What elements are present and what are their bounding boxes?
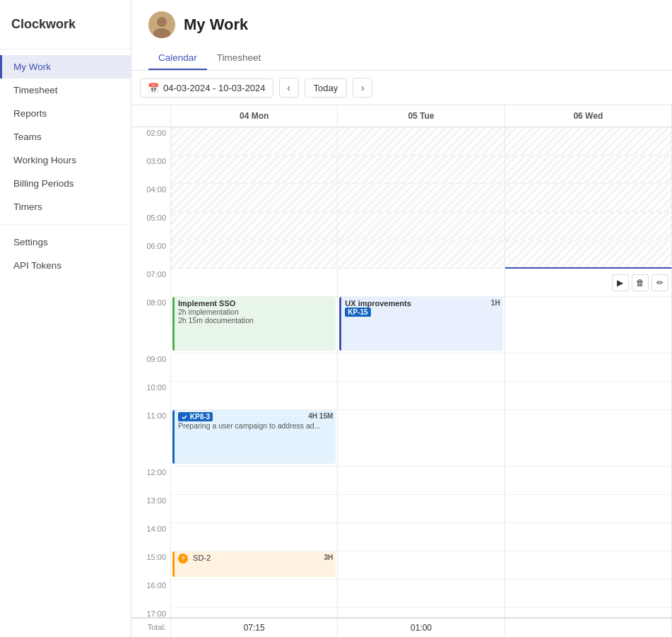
event-implement-sso[interactable]: Implement SSO 2h implementation 2h 15m d… <box>172 297 336 351</box>
cell-tue-15 <box>338 551 505 580</box>
cell-wed-14 <box>505 523 672 551</box>
cell-mon-06 <box>171 240 338 269</box>
sidebar-item-api-tokens[interactable]: API Tokens <box>0 254 131 277</box>
date-range-label: 04-03-2024 - 10-03-2024 <box>163 83 266 93</box>
header-top: My Work <box>148 11 655 38</box>
prev-button[interactable]: ‹ <box>279 78 299 98</box>
cell-mon-09 <box>171 353 338 382</box>
time-11: 11:00 <box>131 410 171 438</box>
time-04: 04:00 <box>131 184 171 212</box>
tab-timesheet[interactable]: Timesheet <box>207 47 271 70</box>
cell-mon-15: 3H ? SD-2 <box>171 551 338 580</box>
time-12: 12:00 <box>131 467 171 495</box>
time-15: 15:00 <box>131 551 171 580</box>
calendar-toolbar: 📅 04-03-2024 - 10-03-2024 ‹ Today › <box>131 71 672 105</box>
cell-tue-11 <box>338 410 505 467</box>
event-ux-duration: 1H <box>491 299 500 307</box>
cell-tue-03 <box>338 156 505 184</box>
event-ux-tag: KP-15 <box>345 308 370 317</box>
edit-button[interactable]: ✏ <box>652 274 668 291</box>
calendar-icon: 📅 <box>148 83 159 93</box>
sidebar-item-my-work[interactable]: My Work <box>0 55 131 78</box>
cell-mon-16 <box>171 580 338 608</box>
time-09: 09:00 <box>131 353 171 382</box>
cell-tue-08: 1H UX improvements KP-15 UX improvements… <box>338 297 505 353</box>
date-range-button[interactable]: 📅 04-03-2024 - 10-03-2024 <box>140 78 273 98</box>
col-header-mon: 04 Mon <box>171 105 338 127</box>
avatar <box>148 11 175 38</box>
time-02: 02:00 <box>131 127 171 156</box>
cell-wed-13 <box>505 495 672 523</box>
event-sd-tag: SD-2 <box>193 554 211 562</box>
cell-mon-02 <box>171 127 338 156</box>
cell-mon-03 <box>171 156 338 184</box>
cell-mon-13 <box>171 495 338 523</box>
event-kp8-tag: KP8-3 <box>178 412 213 421</box>
cell-tue-06 <box>338 240 505 269</box>
cell-mon-10 <box>171 382 338 410</box>
sidebar: Clockwork My Work Timesheet Reports Team… <box>0 0 131 637</box>
total-row: Total: 07:15 01:00 <box>131 617 672 637</box>
sidebar-item-working-hours[interactable]: Working Hours <box>0 148 131 172</box>
total-tue: 01:00 <box>338 619 505 637</box>
event-implement-sso-line1: 2h implementation <box>178 308 332 316</box>
main-header: My Work Calendar Timesheet <box>131 0 672 71</box>
event-ux-title: UX improvements <box>345 299 499 308</box>
cell-tue-09 <box>338 353 505 382</box>
sidebar-item-timesheet[interactable]: Timesheet <box>0 78 131 102</box>
total-wed <box>505 619 672 637</box>
cell-tue-14 <box>338 523 505 551</box>
event-kp8-duration: 4H 15M <box>308 412 333 420</box>
event-kp8-3[interactable]: 4H 15M KP8-3 Preparing a user campaign t… <box>172 410 336 464</box>
cell-tue-16 <box>338 580 505 608</box>
tab-calendar[interactable]: Calendar <box>148 47 207 70</box>
cell-wed-02 <box>505 127 672 156</box>
cell-tue-12 <box>338 467 505 495</box>
sidebar-item-billing-periods[interactable]: Billing Periods <box>0 172 131 195</box>
time-05: 05:00 <box>131 212 171 240</box>
event-sd-tag-icon: ? <box>178 554 188 563</box>
today-button[interactable]: Today <box>305 78 348 98</box>
sidebar-item-reports[interactable]: Reports <box>0 102 131 125</box>
cell-mon-05 <box>171 212 338 240</box>
time-13: 13:00 <box>131 495 171 523</box>
time-10: 10:00 <box>131 382 171 410</box>
cell-tue-10 <box>338 382 505 410</box>
sidebar-item-timers[interactable]: Timers <box>0 195 131 218</box>
cell-tue-04 <box>338 184 505 212</box>
time-08: 08:00 <box>131 297 171 325</box>
calendar-wrapper[interactable]: 04 Mon 05 Tue 06 Wed 02:00 03:00 04:00 0… <box>131 105 672 637</box>
sidebar-divider <box>0 224 131 225</box>
cell-wed-03 <box>505 156 672 184</box>
cell-wed-12 <box>505 467 672 495</box>
event-sd-duration: 3H <box>324 554 334 561</box>
cell-tue-05 <box>338 212 505 240</box>
main-content: My Work Calendar Timesheet 📅 04-03-2024 … <box>131 0 672 637</box>
tab-bar: Calendar Timesheet <box>148 47 655 70</box>
event-kp8-desc: Preparing a user campaign to address ad.… <box>178 421 332 430</box>
sidebar-item-teams[interactable]: Teams <box>0 125 131 148</box>
total-label: Total: <box>131 619 171 637</box>
app-logo: Clockwork <box>0 0 131 49</box>
cell-tue-07 <box>338 269 505 297</box>
time-14: 14:00 <box>131 523 171 551</box>
play-button[interactable]: ▶ <box>612 274 629 291</box>
cell-wed-09 <box>505 353 672 382</box>
next-button[interactable]: › <box>353 78 372 98</box>
cell-wed-05 <box>505 212 672 240</box>
sidebar-item-settings[interactable]: Settings <box>0 230 131 254</box>
cell-tue-13 <box>338 495 505 523</box>
cell-mon-12 <box>171 467 338 495</box>
svg-point-1 <box>157 17 167 27</box>
cell-wed-07: ▶ 🗑 ✏ <box>505 269 672 297</box>
event-sd-2[interactable]: 3H ? SD-2 <box>172 551 336 577</box>
cell-wed-04 <box>505 184 672 212</box>
total-mon: 07:15 <box>171 619 338 637</box>
delete-button[interactable]: 🗑 <box>632 274 649 291</box>
col-header-wed: 06 Wed <box>505 105 672 127</box>
time-07: 07:00 <box>131 269 171 297</box>
cell-tue-02 <box>338 127 505 156</box>
time-03: 03:00 <box>131 156 171 184</box>
event-ux-improvements[interactable]: 1H UX improvements KP-15 UX improvements… <box>339 297 502 351</box>
cell-wed-06 <box>505 240 672 269</box>
